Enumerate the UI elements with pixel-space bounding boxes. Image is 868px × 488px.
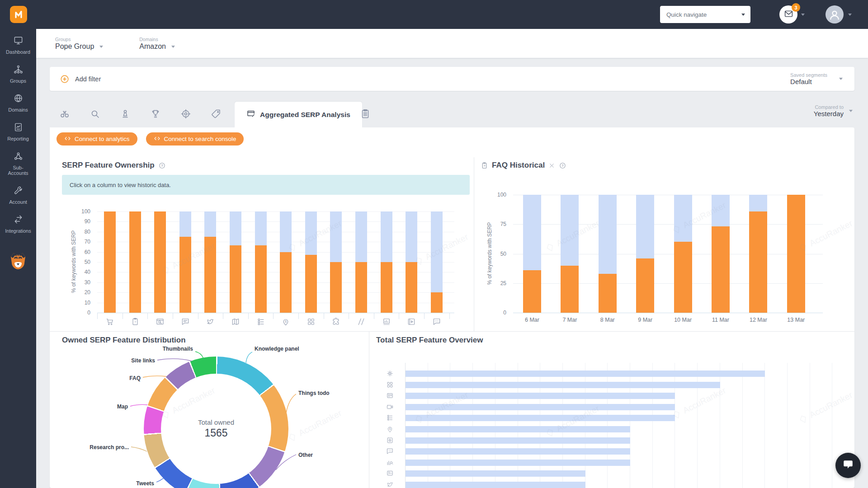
help-icon[interactable]: ? bbox=[559, 162, 566, 169]
sidebar-item-sub-accounts[interactable]: Sub-Accounts bbox=[0, 151, 36, 176]
overview-bar[interactable] bbox=[406, 470, 585, 477]
tiger-icon bbox=[7, 249, 29, 271]
compared-to-select[interactable]: Compared to Yesterday bbox=[814, 104, 853, 117]
chat-dots-icon bbox=[386, 447, 394, 455]
tab-binoculars[interactable] bbox=[52, 102, 77, 127]
chat-launcher-button[interactable] bbox=[835, 453, 861, 478]
add-filter-button[interactable]: Add filter bbox=[60, 74, 101, 84]
help-icon[interactable]: ? bbox=[158, 162, 166, 169]
saved-segments-select[interactable]: Saved segments Default bbox=[790, 72, 843, 85]
sidebar-item-dashboard[interactable]: Dashboard bbox=[0, 35, 36, 55]
ownership-column-owned[interactable] bbox=[381, 262, 392, 313]
y-axis-label: % of keywords with SERP bbox=[486, 220, 493, 287]
quick-navigate-label: Quick navigate bbox=[666, 11, 707, 18]
donut-label-other: Other bbox=[298, 452, 313, 458]
faq-column-owned[interactable] bbox=[561, 266, 579, 313]
workspace-avatar-tiger[interactable] bbox=[7, 249, 29, 271]
star-card-icon bbox=[386, 436, 394, 444]
overview-bar[interactable] bbox=[406, 404, 675, 410]
tag-icon bbox=[211, 108, 222, 121]
tab-chess-pawn[interactable] bbox=[113, 102, 138, 127]
quick-navigate-select[interactable]: Quick navigate bbox=[660, 6, 750, 23]
faq-historical-section: ? FAQ Historical ? 0255075100% of keywor… bbox=[474, 157, 854, 331]
tab-target[interactable] bbox=[173, 102, 198, 127]
svg-text:$: $ bbox=[389, 427, 391, 430]
chevron-down-icon[interactable] bbox=[848, 14, 852, 16]
y-tick-label: 25 bbox=[491, 280, 506, 286]
ownership-column-owned[interactable] bbox=[330, 262, 342, 313]
ownership-column-owned[interactable] bbox=[154, 211, 166, 313]
faq-column-owned[interactable] bbox=[636, 258, 654, 313]
groups-caption: Groups bbox=[55, 37, 103, 42]
close-icon[interactable] bbox=[548, 162, 555, 169]
section-title: Total SERP Feature Overview bbox=[376, 336, 483, 345]
faq-column-owned[interactable] bbox=[787, 195, 805, 313]
faq-column-owned[interactable] bbox=[749, 211, 767, 313]
faq-historical-title-row: ? FAQ Historical ? bbox=[481, 161, 566, 170]
ownership-column-owned[interactable] bbox=[179, 237, 191, 313]
overview-bar[interactable] bbox=[406, 437, 630, 444]
sidebar-item-reporting[interactable]: Reporting bbox=[0, 122, 36, 141]
cart-icon bbox=[105, 317, 114, 326]
ownership-column-owned[interactable] bbox=[355, 262, 367, 313]
diagonal-lines-icon bbox=[357, 317, 366, 326]
groups-select[interactable]: Groups Pope Group bbox=[55, 37, 103, 51]
filter-bar: Add filter Saved segments Default bbox=[50, 67, 854, 91]
ownership-column-owned[interactable] bbox=[406, 262, 417, 313]
overview-bar[interactable] bbox=[406, 393, 675, 399]
window-check-icon bbox=[246, 109, 255, 120]
faq-column-owned[interactable] bbox=[674, 242, 692, 313]
saved-segments-caption: Saved segments bbox=[790, 72, 827, 78]
y-tick-label: 60 bbox=[75, 249, 90, 255]
ownership-column-owned[interactable] bbox=[230, 245, 241, 313]
tab-tag[interactable] bbox=[203, 102, 229, 127]
notifications-button[interactable]: 3 bbox=[779, 5, 797, 23]
overview-bar[interactable] bbox=[406, 415, 675, 421]
faq-column-owned[interactable] bbox=[712, 226, 730, 313]
ownership-column-owned[interactable] bbox=[204, 237, 216, 313]
tab-clipboard-list[interactable] bbox=[353, 102, 378, 127]
chevron-down-icon[interactable] bbox=[801, 14, 805, 16]
ownership-column-owned[interactable] bbox=[129, 211, 141, 313]
overview-bar[interactable] bbox=[406, 382, 720, 388]
ownership-column-owned[interactable] bbox=[104, 211, 116, 313]
tab-magnifier[interactable] bbox=[82, 102, 108, 127]
sidebar-item-integrations[interactable]: Integrations bbox=[0, 214, 36, 234]
overview-bar[interactable] bbox=[406, 371, 765, 377]
overview-bar[interactable] bbox=[406, 448, 630, 455]
donut-center-label: Total owned bbox=[198, 418, 234, 426]
chess-pawn-icon bbox=[120, 108, 131, 121]
sidebar-item-groups[interactable]: Groups bbox=[0, 64, 36, 84]
connect-search-console-button[interactable]: Connect to search console bbox=[146, 132, 244, 145]
ownership-column-owned[interactable] bbox=[280, 252, 292, 313]
tab-trophy[interactable] bbox=[143, 102, 168, 127]
svg-text:?: ? bbox=[484, 164, 486, 167]
main-panel: Connect to analytics Connect to search c… bbox=[50, 127, 854, 488]
tab-aggregated-serp-analysis[interactable]: Aggregated SERP Analysis bbox=[235, 102, 362, 127]
camera-icon bbox=[386, 403, 394, 411]
clipboard-question-icon: ? bbox=[131, 317, 140, 326]
faq-column-owned[interactable] bbox=[599, 274, 617, 313]
sidebar-item-label: Dashboard bbox=[6, 49, 30, 55]
chevron-down-icon bbox=[741, 14, 745, 16]
section-title: SERP Feature Ownership bbox=[62, 161, 155, 170]
overview-bar[interactable] bbox=[406, 460, 630, 466]
faq-column-owned[interactable] bbox=[523, 270, 541, 313]
sidebar-item-domains[interactable]: Domains bbox=[0, 93, 36, 113]
connect-arrows-icon bbox=[154, 135, 160, 143]
ownership-column-owned[interactable] bbox=[255, 245, 267, 313]
x-tick-label: 6 Mar bbox=[519, 317, 546, 323]
ownership-column-owned[interactable] bbox=[305, 255, 317, 313]
donut-chart[interactable]: Total owned 1565 bbox=[144, 357, 288, 488]
user-avatar[interactable] bbox=[826, 5, 844, 23]
overview-bar[interactable] bbox=[406, 426, 630, 432]
connect-analytics-button[interactable]: Connect to analytics bbox=[57, 132, 137, 145]
domains-select[interactable]: Domains Amazon bbox=[139, 37, 175, 51]
y-tick-label: 0 bbox=[491, 310, 506, 316]
overview-bar[interactable] bbox=[406, 482, 585, 488]
donut-label-research-pro-: Research pro... bbox=[90, 444, 129, 450]
accuranker-logo[interactable] bbox=[10, 6, 27, 23]
ownership-column-owned[interactable] bbox=[431, 292, 443, 313]
share-nodes-icon bbox=[13, 151, 24, 163]
sidebar-item-account[interactable]: Account bbox=[0, 185, 36, 205]
